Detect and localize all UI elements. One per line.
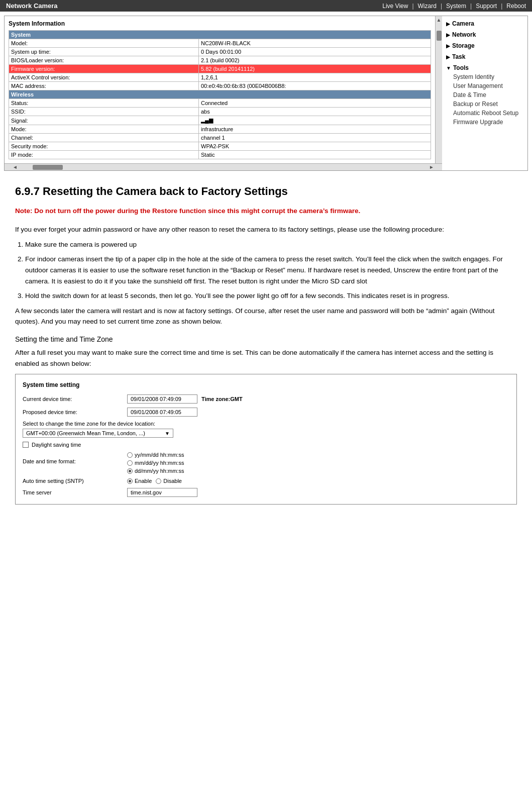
table-row: BIOS/Loader version: 2.1 (build 0002): [9, 56, 431, 65]
vertical-scrollbar[interactable]: ▲: [435, 16, 442, 163]
table-row: SSID: abs: [9, 108, 431, 116]
time-server-row: Time server time.nist.gov: [23, 488, 509, 497]
tz-select-value: GMT+00:00 (Greenwich Mean Time, London, …: [26, 430, 145, 436]
table-row: System: [9, 31, 431, 39]
daylight-saving-checkbox[interactable]: [23, 442, 29, 448]
left-panel: System Information System Model: NC208W-…: [5, 16, 442, 163]
current-time-label: Current device time:: [23, 396, 123, 402]
radio-mdy: mm/dd/yy hh:mm:ss: [127, 460, 184, 466]
daylight-saving-label: Daylight saving time: [32, 442, 81, 448]
date-format-label: Date and time format:: [23, 458, 123, 464]
current-time-value: 09/01/2008 07:49:09: [127, 394, 197, 404]
section-header-system: System: [9, 31, 431, 39]
radio-label-disable: Disable: [163, 478, 182, 484]
nav-support[interactable]: Support: [476, 3, 497, 10]
table-row: IP mode: Static: [9, 151, 431, 159]
nav-system[interactable]: System: [446, 3, 466, 10]
nav-group-title-tools[interactable]: ▼ Tools: [446, 63, 523, 72]
nav-links: Live View | Wizard | System | Support | …: [382, 3, 526, 10]
nav-group-label-storage: Storage: [452, 42, 475, 49]
list-item: Hold the switch down for at least 5 seco…: [25, 290, 517, 302]
select-tz-dropdown-row: GMT+00:00 (Greenwich Mean Time, London, …: [23, 429, 509, 438]
table-row: Security mode: WPA2-PSK: [9, 142, 431, 151]
sidebar-item-auto-reboot[interactable]: Automatic Reboot Setup: [453, 109, 523, 118]
nav-group-title-camera[interactable]: ▶ Camera: [446, 19, 523, 28]
select-tz-label: Select to change the time zone for the d…: [23, 421, 155, 427]
sntp-enable: Enable: [127, 478, 152, 484]
radio-ymd: yy/mm/dd hh:mm:ss: [127, 452, 184, 458]
list-item: For indoor cameras insert the tip of a p…: [25, 254, 517, 286]
nav-group-title-task[interactable]: ▶ Task: [446, 52, 523, 61]
section-header-wireless: Wireless: [9, 90, 431, 99]
tz-select[interactable]: GMT+00:00 (Greenwich Mean Time, London, …: [23, 429, 173, 438]
brand-name: Network Camera: [6, 2, 382, 10]
sidebar-item-backup-reset[interactable]: Backup or Reset: [453, 99, 523, 109]
nav-wizard[interactable]: Wizard: [418, 3, 437, 10]
radio-icon-mdy[interactable]: [127, 460, 133, 466]
time-server-value: time.nist.gov: [127, 488, 197, 497]
proposed-time-value: 09/01/2008 07:49:05: [127, 408, 197, 417]
nav-group-tools: ▼ Tools System Identity User Management …: [446, 63, 523, 127]
time-server-label: Time server: [23, 489, 123, 495]
radio-icon-dmy[interactable]: [127, 468, 133, 474]
nav-group-label-tools: Tools: [453, 64, 469, 71]
proposed-time-row: Proposed device time: 09/01/2008 07:49:0…: [23, 408, 509, 417]
sidebar-item-date-time[interactable]: Date & Time: [453, 90, 523, 99]
radio-label-dmy: dd/mm/yy hh:mm:ss: [135, 468, 184, 474]
arrow-icon-storage: ▶: [446, 43, 450, 49]
sntp-disable: Disable: [156, 478, 182, 484]
radio-icon-enable[interactable]: [127, 478, 133, 484]
left-panel-wrapper: System Information System Model: NC208W-…: [5, 16, 442, 170]
date-format-section: Date and time format: yy/mm/dd hh:mm:ss …: [23, 452, 509, 474]
nav-group-network: ▶ Network: [446, 30, 523, 39]
sidebar-item-system-identity[interactable]: System Identity: [453, 72, 523, 81]
scroll-left-arrow[interactable]: ◄: [13, 164, 18, 170]
intro-text: If you ever forget your admin password o…: [15, 224, 517, 235]
scrollbar-thumb[interactable]: [437, 31, 442, 41]
sys-info-title: System Information: [9, 20, 431, 27]
nav-sub-items-tools: System Identity User Management Date & T…: [446, 72, 523, 127]
nav-group-camera: ▶ Camera: [446, 19, 523, 28]
nav-reboot[interactable]: Reboot: [506, 3, 526, 10]
radio-icon-disable[interactable]: [156, 478, 161, 484]
daylight-saving-row: Daylight saving time: [23, 442, 509, 448]
time-zone-label: Time zone:GMT: [201, 396, 243, 402]
radio-icon-ymd[interactable]: [127, 452, 133, 458]
sntp-label: Auto time setting (SNTP): [23, 478, 123, 484]
chevron-down-icon: ▼: [165, 431, 170, 436]
select-tz-row: Select to change the time zone for the d…: [23, 421, 509, 427]
nav-group-task: ▶ Task: [446, 52, 523, 61]
arrow-icon-tools: ▼: [446, 65, 451, 71]
radio-label-enable: Enable: [135, 478, 152, 484]
table-row: Mode: infrastructure: [9, 125, 431, 134]
proposed-time-label: Proposed device time:: [23, 409, 123, 415]
nav-group-label-camera: Camera: [452, 20, 474, 27]
nav-live-view[interactable]: Live View: [382, 3, 408, 10]
sidebar-item-firmware-upgrade[interactable]: Firmware Upgrade: [453, 118, 523, 127]
radio-dmy: dd/mm/yy hh:mm:ss: [127, 468, 184, 474]
main-layout: System Information System Model: NC208W-…: [4, 16, 528, 171]
table-row: Channel: channel 1: [9, 134, 431, 142]
info-table: System Model: NC208W-IR-BLACK System up …: [9, 30, 431, 159]
table-row: Signal: ▂▄▆: [9, 116, 431, 125]
date-format-row: Date and time format: yy/mm/dd hh:mm:ss …: [23, 452, 509, 474]
nav-group-storage: ▶ Storage: [446, 41, 523, 50]
nav-group-title-storage[interactable]: ▶ Storage: [446, 41, 523, 50]
scroll-up-arrow[interactable]: ▲: [437, 17, 442, 23]
after-reset-text: After a full reset you may want to make …: [15, 347, 517, 369]
radio-label-ymd: yy/mm/dd hh:mm:ss: [135, 452, 184, 458]
table-row: Model: NC208W-IR-BLACK: [9, 39, 431, 48]
hscroll-thumb[interactable]: [33, 165, 63, 170]
nav-group-label-network: Network: [452, 31, 476, 38]
nav-group-title-network[interactable]: ▶ Network: [446, 30, 523, 39]
setting-time-label: Setting the time and Time Zone: [15, 335, 517, 343]
right-sidebar: ▶ Camera ▶ Network ▶ Storage ▶ Task ▼: [442, 16, 527, 170]
table-row: Status: Connected: [9, 99, 431, 108]
table-row: MAC address: 00:e0:4b:00:6b:83 (00E04B00…: [9, 82, 431, 90]
table-row: Wireless: [9, 90, 431, 99]
scroll-right-arrow[interactable]: ►: [429, 164, 434, 170]
section-heading: 6.9.7 Resetting the Camera back to Facto…: [15, 185, 517, 198]
horizontal-scrollbar[interactable]: ◄ ►: [5, 163, 442, 170]
current-time-row: Current device time: 09/01/2008 07:49:09…: [23, 394, 509, 404]
sidebar-item-user-management[interactable]: User Management: [453, 81, 523, 90]
